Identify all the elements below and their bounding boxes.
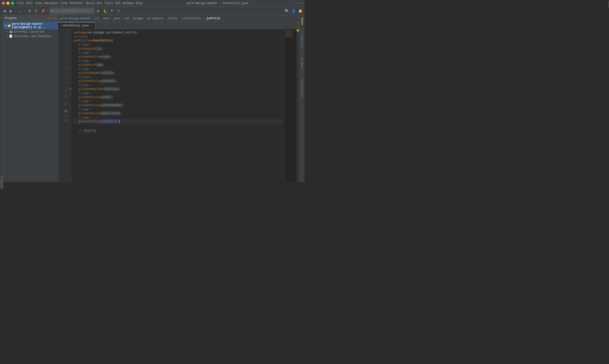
bc-java[interactable]: java (114, 17, 121, 20)
win-minimize-icon[interactable]: ─ (293, 1, 295, 5)
token-private-10: private (78, 103, 91, 107)
bc-springboot[interactable]: springboot (147, 17, 164, 20)
bc-qingge[interactable]: qingge (133, 17, 143, 20)
menu-refactor[interactable]: Refactor (70, 2, 84, 5)
tab-icon: J (60, 25, 62, 27)
ln-usage-5 (58, 64, 67, 66)
tree-item-external-libs[interactable]: ▶ 📚 External Libraries (3, 29, 58, 34)
ln-usage-10 (58, 99, 67, 102)
bc-com[interactable]: com (124, 17, 130, 20)
menu-code[interactable]: Code (61, 2, 67, 5)
token-private-7: private (78, 79, 91, 83)
panel-collapse-icon[interactable]: ≡ (50, 17, 52, 20)
warning-gutter-mark (70, 88, 71, 89)
bookmarks-label[interactable]: Bookmarks (0, 176, 3, 182)
right-panel-sep-1 (302, 27, 302, 32)
token-int-3: int (91, 46, 97, 51)
left-sidebar-thin: P (0, 15, 3, 182)
win-close-icon[interactable]: ✕ (301, 1, 303, 5)
menu-run[interactable]: Run (97, 2, 102, 5)
bc-project[interactable]: pure-design-master (60, 17, 91, 20)
window-controls[interactable] (2, 2, 14, 5)
menu-vcs[interactable]: VCS (115, 2, 121, 5)
code-line-6: private double salary ; (74, 70, 282, 75)
user-avatar[interactable]: 👤 (291, 8, 297, 14)
token-private-11: private (78, 111, 91, 116)
menu-file[interactable]: File (17, 2, 24, 5)
usage-hint-2: 2 usages (78, 43, 90, 46)
debug-button[interactable]: 🐛 (102, 8, 108, 14)
search-everywhere-button[interactable]: 🔍 (284, 8, 290, 14)
menu-window[interactable]: Window (123, 2, 133, 5)
menu-help[interactable]: Help (136, 2, 143, 5)
ln-usage-2 (58, 42, 67, 45)
bc-jobtitle[interactable]: ⚠ jobTitle (204, 17, 220, 20)
bc-entity[interactable]: entity (168, 17, 178, 20)
code-line-3: private int id ; (74, 46, 282, 51)
menu-edit[interactable]: Edit (26, 2, 33, 5)
tree-label-scratches: Scratches and Consoles (14, 35, 52, 38)
project-toggle-label[interactable]: P (0, 16, 3, 20)
tab-userentity[interactable]: J UserEntity.java ✕ (58, 22, 95, 29)
token-field-email: email (102, 95, 112, 99)
token-field-phonenumber: phoneNumber (102, 103, 123, 107)
pin-button[interactable]: 📌 (40, 8, 46, 14)
profile-button[interactable]: ⏱ (116, 8, 121, 14)
code-content[interactable]: package com.qingge.springboot.entity; no… (71, 29, 285, 182)
maximize-button[interactable] (11, 2, 14, 5)
token-semi-10: ; (123, 103, 124, 107)
menu-view[interactable]: View (36, 2, 42, 5)
panel-settings-icon[interactable]: ⚙ (48, 17, 50, 20)
bc-userentity[interactable]: U UserEntity (181, 17, 201, 20)
bc-main[interactable]: main (103, 17, 110, 20)
back-button[interactable]: ◀ (1, 8, 7, 14)
home-button[interactable]: ⌂ (17, 8, 23, 14)
code-usage-5: 2 usages (74, 67, 282, 70)
menu-tools[interactable]: Tools (104, 2, 113, 5)
project-folder-icon: 📁 (7, 24, 11, 28)
close-button[interactable] (2, 2, 5, 5)
editor-section: pure-design-master › src › main › java ›… (58, 15, 299, 182)
win-restore-icon[interactable]: □ (297, 1, 298, 5)
bc-src[interactable]: src (94, 17, 100, 20)
usage-hint-11: 2 usages (78, 116, 90, 119)
ln-usage-6 (58, 71, 67, 73)
minimize-button[interactable] (6, 2, 10, 5)
run-button[interactable]: ▶ (96, 8, 101, 14)
token-package-name: com.qingge.springboot.entity; (86, 30, 138, 35)
token-double-6: double (91, 71, 102, 75)
maven-panel-toggle[interactable]: Maven (300, 16, 304, 26)
bc-sep-0: › (92, 17, 93, 20)
token-semi-3: ; (101, 46, 103, 51)
list-button[interactable]: ☰ (33, 8, 39, 14)
ln-usage-8 (58, 85, 67, 88)
run-config-dropdown-icon[interactable]: ▼ (91, 10, 93, 12)
coverage-button[interactable]: ☂ (109, 8, 115, 14)
menu-build[interactable]: Build (86, 2, 94, 5)
token-comment-14: // 构造方法 (78, 129, 96, 133)
settings-button[interactable]: ⚙ (27, 8, 32, 14)
tab-close-button[interactable]: ✕ (91, 24, 92, 27)
code-editor: 1 2 3 4 5 6 7 8 9 10 11 12 13 14 (58, 29, 299, 182)
token-field-jobtitle: jobTitle (102, 119, 117, 124)
code-usage-4: 2 usages (74, 59, 282, 62)
menu-navigate[interactable]: Navigate (44, 2, 58, 5)
notifications-panel-toggle[interactable]: Notifications (300, 78, 304, 99)
run-config-selector[interactable]: SpringbootApplication ▼ (49, 8, 95, 14)
forward-button[interactable]: ▶ (8, 8, 14, 14)
panel-scroll-icon[interactable]: ↕ (52, 17, 54, 20)
database-panel-toggle[interactable]: Database (300, 56, 304, 70)
tab-label: UserEntity.java (63, 24, 89, 27)
tree-item-project-root[interactable]: ▼ 📁 pure-design-master [springboot] E:\p… (3, 22, 58, 29)
window-action-controls[interactable]: ─ □ ✕ (293, 1, 303, 5)
token-classname: UserEntity (93, 38, 111, 43)
endpoints-panel-toggle[interactable]: Endpoints (300, 33, 304, 49)
menu-bar[interactable]: File Edit View Navigate Code Refactor Bu… (17, 2, 143, 5)
tree-item-scratches[interactable]: ▶ 📝 Scratches and Consoles (3, 34, 58, 39)
code-line-2: public class UserEntity { (74, 38, 282, 43)
panel-gear-icon[interactable]: ⚙ (55, 17, 56, 20)
token-string-9: String (91, 95, 102, 99)
notifications-button[interactable]: 🔔 (297, 8, 303, 14)
title-bar: File Edit View Navigate Code Refactor Bu… (0, 0, 305, 7)
editor-gutter (69, 29, 71, 182)
